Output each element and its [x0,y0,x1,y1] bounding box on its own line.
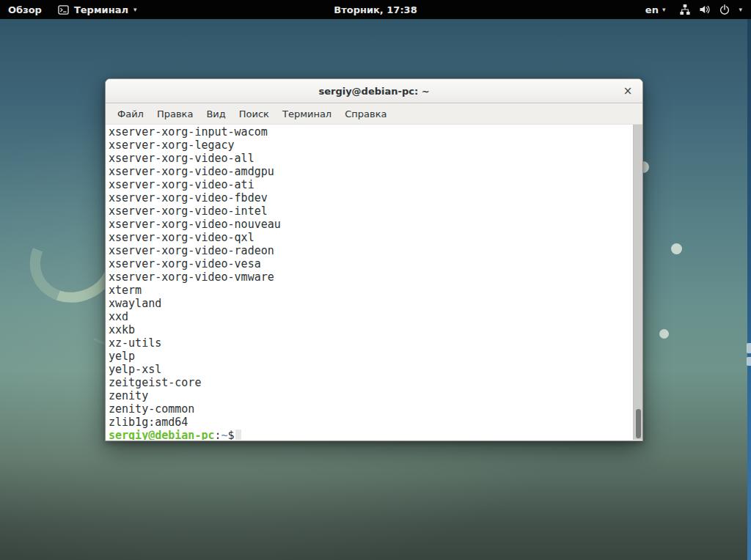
window-titlebar[interactable]: sergiy@debian-pc: ~ × [106,79,642,103]
keyboard-layout-label: en [645,4,659,15]
terminal-line: xserver-xorg-video-radeon [109,244,631,257]
terminal-line: yelp [109,350,631,363]
scrollbar[interactable] [633,125,642,440]
wallpaper-edge-fragment [747,343,751,353]
terminal-line: zlib1g:amd64 [109,416,631,429]
terminal-line: xserver-xorg-video-vesa [109,257,631,270]
menu-item[interactable]: Файл [111,106,150,122]
chevron-down-icon: ▾ [662,7,666,13]
system-menu[interactable]: ▾ [672,0,751,19]
prompt-user-host: sergiy@debian-pc [109,429,215,440]
menu-item[interactable]: Поиск [232,106,276,122]
terminal-line: xserver-xorg-input-wacom [109,125,631,139]
power-icon [719,4,730,15]
terminal-line: xserver-xorg-video-fbdev [109,191,631,205]
scrollbar-thumb[interactable] [636,409,641,438]
menu-item[interactable]: Справка [338,106,393,122]
terminal-cursor [235,430,241,440]
terminal-line: zenity [109,389,631,402]
terminal-line: xserver-xorg-video-qxl [109,231,631,244]
screen-edge-strip [747,19,751,560]
terminal-line: xserver-xorg-video-intel [109,205,631,218]
terminal-content[interactable]: xserver-xorg-input-wacomxserver-xorg-leg… [106,125,642,440]
terminal-line: xserver-xorg-video-vmware [109,270,631,284]
clock[interactable]: Вторник, 17:38 [326,0,425,19]
wallpaper-edge-fragment [747,357,751,366]
terminal-line: xserver-xorg-video-amdgpu [109,165,631,178]
terminal-window: sergiy@debian-pc: ~ × ФайлПравкаВидПоиск… [105,78,643,441]
terminal-line: xwayland [109,297,631,310]
menu-bar: ФайлПравкаВидПоискТерминалСправка [106,103,642,125]
terminal-line: xserver-xorg-video-all [109,152,631,165]
terminal-line: yelp-xsl [109,363,631,376]
terminal-line: xserver-xorg-legacy [109,139,631,152]
close-button[interactable]: × [621,84,634,97]
wallpaper-dot [671,243,682,254]
terminal-line: xz-utils [109,336,631,350]
chevron-down-icon: ▾ [739,7,742,13]
terminal-line: xserver-xorg-video-ati [109,178,631,191]
terminal-line: zeitgeist-core [109,376,631,389]
prompt-line: sergiy@debian-pc:~$ [109,429,631,440]
menu-item[interactable]: Терминал [276,106,338,122]
network-wired-icon [679,4,691,15]
terminal-line: xterm [109,284,631,297]
keyboard-layout-indicator[interactable]: en ▾ [639,0,673,19]
prompt-separator: : [215,429,221,440]
top-bar: Обзор Терминал ▾ Вторник, 17:38 en ▾ [0,0,751,19]
terminal-line: xserver-xorg-video-nouveau [109,218,631,231]
terminal-line: xxd [109,310,631,323]
menu-item[interactable]: Правка [150,106,199,122]
terminal-output: xserver-xorg-input-wacomxserver-xorg-leg… [109,125,631,429]
wallpaper-dot [659,329,669,339]
terminal-line: zenity-common [109,402,631,416]
terminal-line: xxkb [109,323,631,336]
menu-item[interactable]: Вид [199,106,232,122]
window-title: sergiy@debian-pc: ~ [318,86,429,97]
volume-icon [699,4,711,15]
prompt-symbol: $ [228,429,235,440]
prompt-path: ~ [221,429,228,440]
